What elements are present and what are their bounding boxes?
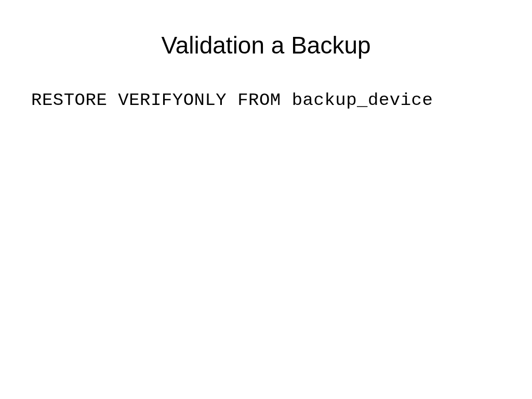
slide-container: Validation a Backup RESTORE VERIFYONLY F…	[0, 0, 532, 399]
slide-title: Validation a Backup	[0, 31, 532, 59]
code-snippet: RESTORE VERIFYONLY FROM backup_device	[0, 90, 532, 110]
